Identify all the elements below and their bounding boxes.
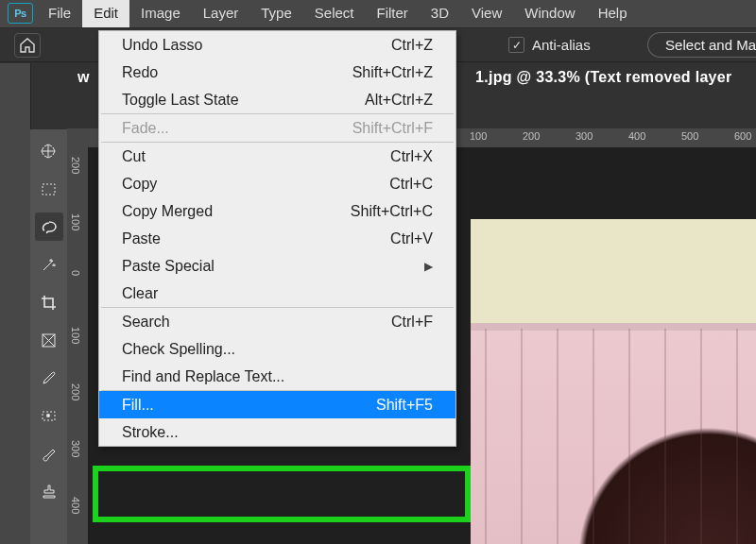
menu-item-shortcut: Ctrl+Z — [391, 37, 433, 54]
menu-item-paste[interactable]: PasteCtrl+V — [99, 225, 455, 252]
menu-item-fill[interactable]: Fill...Shift+F5 — [99, 391, 455, 418]
home-icon — [19, 38, 36, 53]
move-icon — [41, 144, 58, 160]
menu-item-label: Fill... — [122, 397, 154, 414]
menu-item-label: Paste Special — [122, 258, 215, 275]
menu-item-clear[interactable]: Clear — [99, 280, 455, 307]
menu-item-stroke[interactable]: Stroke... — [99, 418, 455, 446]
menu-item-check-spelling[interactable]: Check Spelling... — [99, 335, 455, 363]
menu-item-label: Redo — [122, 64, 158, 81]
ruler-tick: 200 — [70, 157, 81, 174]
ruler-tick: 200 — [70, 383, 81, 400]
menu-item-copy[interactable]: CopyCtrl+C — [99, 170, 455, 197]
marquee-icon — [41, 181, 58, 197]
eyedropper-icon — [41, 370, 58, 386]
menu-item-shortcut: Shift+F5 — [376, 397, 433, 414]
menu-item-label: Paste — [122, 230, 161, 247]
menu-layer[interactable]: Layer — [192, 0, 250, 27]
image-curtain-fold — [485, 329, 487, 544]
tool-palette — [30, 129, 67, 544]
menu-item-label: Copy — [122, 176, 157, 193]
menu-item-label: Check Spelling... — [122, 341, 235, 358]
menu-view[interactable]: View — [460, 0, 513, 27]
image-curtain-rail — [471, 323, 756, 331]
menu-item-search[interactable]: SearchCtrl+F — [99, 308, 455, 335]
menu-item-undo-lasso[interactable]: Undo LassoCtrl+Z — [99, 31, 455, 59]
crop-icon — [41, 295, 58, 311]
tool-frame[interactable] — [35, 326, 63, 354]
tool-brush-dots[interactable] — [35, 401, 63, 430]
image-curtain-fold — [664, 329, 666, 544]
menu-window[interactable]: Window — [513, 0, 586, 27]
image-curtain-fold — [736, 329, 738, 544]
menu-filter[interactable]: Filter — [366, 0, 420, 27]
menu-item-redo[interactable]: RedoShift+Ctrl+Z — [99, 59, 455, 86]
checkbox-icon: ✓ — [508, 37, 524, 53]
anti-alias-option[interactable]: ✓ Anti-alias — [508, 37, 591, 53]
ruler-tick: 600 — [734, 130, 751, 142]
menu-item-label: Undo Lasso — [122, 37, 202, 54]
menu-item-label: Cut — [122, 148, 146, 165]
image-background — [471, 219, 756, 329]
image-curtain-fold — [557, 329, 558, 544]
wand-icon — [41, 257, 58, 273]
menu-item-label: Clear — [122, 285, 158, 302]
anti-alias-label: Anti-alias — [532, 37, 591, 53]
tool-lasso[interactable] — [35, 212, 63, 241]
menu-item-shortcut: Ctrl+F — [391, 314, 433, 331]
menu-item-shortcut: Shift+Ctrl+Z — [352, 64, 433, 81]
app-logo: Ps — [8, 3, 33, 24]
svg-rect-0 — [43, 184, 55, 195]
tool-brush[interactable] — [35, 439, 63, 468]
home-button[interactable] — [14, 33, 41, 58]
image-curtain-fold — [521, 329, 523, 544]
document-title[interactable]: 1.jpg @ 33.3% (Text removed layer — [475, 69, 732, 86]
tool-wand[interactable] — [35, 250, 63, 279]
menu-item-find-and-replace-text[interactable]: Find and Replace Text... — [99, 363, 455, 390]
menu-item-label: Stroke... — [122, 424, 179, 441]
ruler-tick: 500 — [681, 130, 698, 142]
menu-image[interactable]: Image — [129, 0, 192, 27]
ruler-tick: 100 — [470, 130, 487, 142]
tool-eyedropper[interactable] — [35, 364, 63, 392]
frame-icon — [41, 332, 58, 348]
ruler-tick: 100 — [70, 213, 81, 230]
menu-item-paste-special[interactable]: Paste Special▶ — [99, 252, 455, 280]
vertical-ruler: 2001000100200300400 — [67, 147, 88, 544]
menu-item-label: Toggle Last State — [122, 92, 239, 109]
image-curtain-fold — [700, 329, 702, 544]
menu-type[interactable]: Type — [249, 0, 303, 27]
brush-dots-icon — [41, 408, 58, 424]
menu-item-toggle-last-state[interactable]: Toggle Last StateAlt+Ctrl+Z — [99, 86, 455, 113]
tool-move[interactable] — [35, 137, 63, 165]
menu-3d[interactable]: 3D — [420, 0, 460, 27]
menu-item-copy-merged[interactable]: Copy MergedShift+Ctrl+C — [99, 197, 455, 225]
menu-item-shortcut: Ctrl+C — [389, 176, 433, 193]
menu-item-label: Copy Merged — [122, 203, 213, 220]
tool-marquee[interactable] — [35, 175, 63, 203]
image-subject — [539, 412, 756, 544]
menu-item-label: Fade... — [122, 120, 169, 137]
edit-menu-dropdown: Undo LassoCtrl+ZRedoShift+Ctrl+ZToggle L… — [98, 30, 456, 447]
menu-item-shortcut: Ctrl+X — [390, 148, 433, 165]
submenu-arrow-icon: ▶ — [424, 260, 433, 273]
svg-point-3 — [46, 414, 50, 417]
menu-edit[interactable]: Edit — [82, 0, 129, 27]
lasso-icon — [41, 219, 58, 235]
tool-stamp[interactable] — [35, 477, 63, 505]
menu-item-cut[interactable]: CutCtrl+X — [99, 143, 455, 170]
menu-bar: Ps FileEditImageLayerTypeSelectFilter3DV… — [0, 0, 756, 27]
select-and-mask-button[interactable]: Select and Ma — [647, 32, 756, 58]
menu-file[interactable]: File — [37, 0, 82, 27]
ruler-tick: 200 — [523, 130, 540, 142]
menu-item-shortcut: Ctrl+V — [390, 230, 433, 247]
stamp-icon — [41, 484, 58, 500]
ruler-tick: 300 — [70, 440, 81, 457]
ruler-tick: 400 — [70, 497, 81, 514]
menu-select[interactable]: Select — [303, 0, 366, 27]
tool-crop[interactable] — [35, 288, 63, 316]
menu-item-label: Search — [122, 314, 170, 331]
brush-icon — [41, 446, 58, 462]
ruler-tick: 100 — [70, 327, 81, 344]
menu-help[interactable]: Help — [587, 0, 639, 27]
